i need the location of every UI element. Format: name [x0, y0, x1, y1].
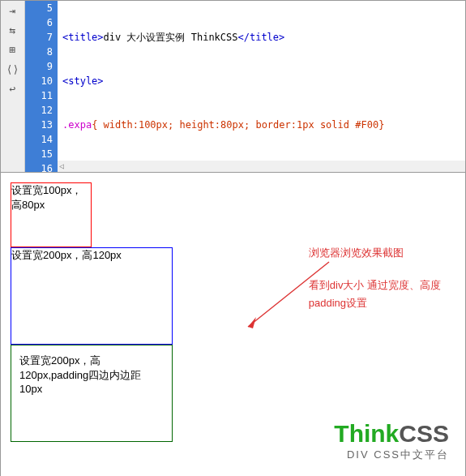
app-window: ⇥ ⇆ ⊞ ⟨⟩ ↩ 5 6 7 8 9 10 11 12 13 14 15 1… — [0, 0, 466, 476]
tool-indent-icon[interactable]: ⇥ — [5, 2, 21, 19]
line-number-gutter: 5 6 7 8 9 10 11 12 13 14 15 16 — [25, 1, 58, 172]
tool-layout-icon[interactable]: ⊞ — [5, 41, 21, 58]
scroll-left-icon[interactable]: ◁ — [59, 159, 64, 172]
line-number: 7 — [25, 30, 53, 45]
tool-tag-icon[interactable]: ⟨⟩ — [5, 61, 21, 77]
annotation-text: 浏览器浏览效果截图 看到div大小 通过宽度、高度 padding设置 — [309, 246, 441, 314]
line-number: 10 — [25, 74, 53, 88]
example-box-a: 设置宽100px，高80px — [11, 182, 92, 247]
brand-logo: ThinkCSS DIV CSS中文平台 — [334, 420, 449, 462]
line-number: 15 — [25, 147, 53, 161]
code-text-area[interactable]: <title>div 大小设置实例 ThinkCSS</title> <styl… — [58, 1, 465, 172]
tool-arrows-icon[interactable]: ⇆ — [5, 22, 21, 38]
line-number: 12 — [25, 103, 53, 118]
example-box-b: 设置宽200px，高120px — [11, 247, 173, 345]
annotation-line: 浏览器浏览效果截图 — [309, 246, 441, 260]
annotation-line: 看到div大小 通过宽度、高度 — [309, 278, 441, 293]
browser-preview-pane: 设置宽100px，高80px 设置宽200px，高120px 设置宽200px，… — [1, 173, 465, 476]
line-number: 8 — [25, 45, 53, 59]
line-number: 13 — [25, 118, 53, 132]
code-editor-pane: ⇥ ⇆ ⊞ ⟨⟩ ↩ 5 6 7 8 9 10 11 12 13 14 15 1… — [1, 1, 465, 173]
code-line: <title>div 大小设置实例 ThinkCSS</title> — [62, 30, 465, 45]
line-number: 11 — [25, 88, 53, 103]
logo-word-think: Think — [334, 420, 399, 447]
annotation-line: padding设置 — [309, 296, 441, 311]
logo-word-css: CSS — [399, 420, 449, 447]
line-number: 14 — [25, 132, 53, 147]
line-number: 9 — [25, 59, 53, 74]
line-number: 6 — [25, 15, 53, 30]
tool-wrap-icon[interactable]: ↩ — [5, 80, 21, 96]
code-line: <style> — [62, 74, 465, 88]
example-box-c: 设置宽200px，高120px,padding四边内边距10px — [11, 345, 173, 442]
horizontal-scrollbar[interactable]: ◁ — [58, 161, 465, 172]
svg-marker-1 — [248, 317, 256, 328]
logo-subtitle: DIV CSS中文平台 — [334, 448, 449, 462]
editor-toolbar: ⇥ ⇆ ⊞ ⟨⟩ ↩ — [1, 1, 25, 172]
code-line: .expa{ width:100px; height:80px; border:… — [62, 118, 465, 132]
line-number: 5 — [25, 1, 53, 15]
